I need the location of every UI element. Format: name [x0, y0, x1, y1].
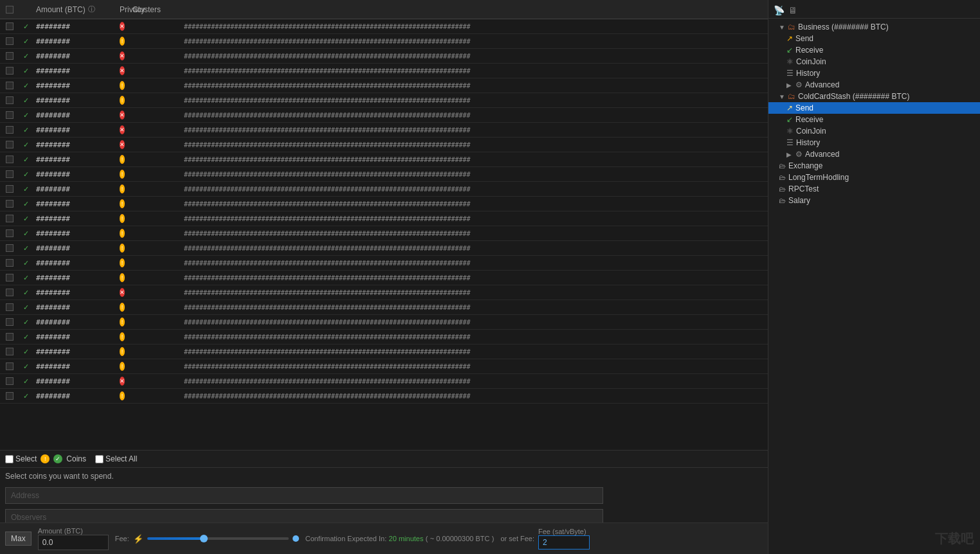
row-hash-cell: ########################################…: [180, 170, 768, 179]
tree-item-coldcard-send[interactable]: ↗ Send: [768, 102, 980, 114]
row-checkbox[interactable]: [6, 289, 14, 296]
table-row[interactable]: ✓ ######## ✕ ###########################…: [0, 108, 768, 123]
table-row[interactable]: ✓ ######## ! ###########################…: [0, 211, 768, 226]
tree-item-longterm[interactable]: 🗁 LongTermHodling: [768, 172, 980, 183]
table-row[interactable]: ✓ ######## ✕ ###########################…: [0, 138, 768, 152]
header-checkbox[interactable]: [6, 6, 14, 13]
tree-item-business-coinjoin[interactable]: ⚛ CoinJoin: [768, 56, 980, 67]
row-amount-cell: ########: [32, 317, 116, 328]
row-checkbox[interactable]: [6, 111, 14, 119]
table-row[interactable]: ✓ ######## ✕ ###########################…: [0, 123, 768, 138]
row-checkbox[interactable]: [6, 362, 14, 370]
table-row[interactable]: ✓ ######## ✕ ###########################…: [0, 285, 768, 300]
row-checkbox[interactable]: [6, 52, 14, 60]
fee-manual-input[interactable]: [538, 535, 590, 550]
row-checkbox[interactable]: [6, 96, 14, 104]
table-row[interactable]: ✓ ######## ! ###########################…: [0, 152, 768, 167]
address-input[interactable]: [5, 487, 603, 504]
row-checkbox[interactable]: [6, 200, 14, 208]
green-filter-badge[interactable]: ✓: [53, 454, 62, 463]
tree-item-business-send[interactable]: ↗ Send: [768, 33, 980, 44]
check-icon: ✓: [23, 377, 29, 386]
table-row[interactable]: ✓ ######## ! ###########################…: [0, 167, 768, 182]
row-privacy-cell: !: [116, 80, 129, 91]
row-checkbox[interactable]: [6, 244, 14, 252]
table-row[interactable]: ✓ ######## ! ###########################…: [0, 389, 768, 404]
row-checkbox[interactable]: [6, 392, 14, 400]
max-button[interactable]: Max: [5, 532, 32, 546]
row-checkbox[interactable]: [6, 185, 14, 193]
table-row[interactable]: ✓ ######## ! ###########################…: [0, 241, 768, 256]
row-checkbox[interactable]: [6, 126, 14, 134]
amount-input[interactable]: [38, 535, 109, 550]
row-checkbox[interactable]: [6, 215, 14, 222]
tree-item-business[interactable]: ▼ 🗂 Business (######## BTC): [768, 21, 980, 33]
row-checkbox[interactable]: [6, 67, 14, 75]
row-amount-cell: ########: [32, 376, 116, 387]
table-row[interactable]: ✓ ######## ! ###########################…: [0, 78, 768, 93]
table-row[interactable]: ✓ ######## ✕ ###########################…: [0, 64, 768, 78]
watermark: 下载吧: [935, 530, 974, 548]
header-privacy-cell: Privacy: [116, 3, 129, 16]
row-hash: ########################################…: [184, 334, 471, 341]
row-checkbox-cell: [0, 80, 19, 91]
tree-item-salary[interactable]: 🗁 Salary: [768, 195, 980, 206]
row-checkbox[interactable]: [6, 22, 14, 30]
row-checkbox[interactable]: [6, 318, 14, 326]
tree-item-business-history[interactable]: ☰ History: [768, 67, 980, 79]
row-checkbox[interactable]: [6, 274, 14, 281]
row-checkbox[interactable]: [6, 259, 14, 267]
row-checkbox[interactable]: [6, 82, 14, 89]
select-checkbox[interactable]: [5, 455, 14, 463]
table-row[interactable]: ✓ ######## ! ###########################…: [0, 344, 768, 359]
table-row[interactable]: ✓ ######## ! ###########################…: [0, 256, 768, 271]
header-checkbox-cell: [0, 3, 19, 16]
yellow-filter-badge[interactable]: !: [41, 454, 50, 463]
table-row[interactable]: ✓ ######## ! ###########################…: [0, 271, 768, 285]
table-row[interactable]: ✓ ######## ! ###########################…: [0, 226, 768, 241]
table-row[interactable]: ✓ ######## ! ###########################…: [0, 330, 768, 344]
tree-item-exchange[interactable]: 🗁 Exchange: [768, 160, 980, 172]
table-row[interactable]: ✓ ######## ! ###########################…: [0, 315, 768, 330]
row-checkbox[interactable]: [6, 333, 14, 341]
row-checkbox[interactable]: [6, 348, 14, 355]
tree-item-rpctest[interactable]: 🗁 RPCTest: [768, 183, 980, 195]
tree-item-coldcard-advanced[interactable]: ▶ ⚙ Advanced: [768, 148, 980, 160]
tree-item-coldcard[interactable]: ▼ 🗂 ColdCardStash (######## BTC): [768, 91, 980, 102]
row-checkbox[interactable]: [6, 229, 14, 237]
table-row[interactable]: ✓ ######## ✕ ###########################…: [0, 19, 768, 34]
row-checkbox[interactable]: [6, 141, 14, 148]
row-checkbox-cell: [0, 125, 19, 135]
tree-item-coldcard-coinjoin[interactable]: ⚛ CoinJoin: [768, 125, 980, 137]
row-checkbox[interactable]: [6, 303, 14, 311]
row-hash-cell: ########################################…: [180, 391, 768, 401]
select-all-label-wrap[interactable]: Select All: [95, 454, 137, 463]
row-checkbox[interactable]: [6, 156, 14, 163]
row-amount: ########: [36, 289, 70, 297]
privacy-icon-red: ✕: [120, 66, 125, 75]
table-scroll-area[interactable]: ✓ ######## ✕ ###########################…: [0, 19, 768, 451]
tree-item-business-receive[interactable]: ↙ Receive: [768, 44, 980, 56]
select-all-checkbox[interactable]: [95, 455, 104, 463]
row-checkbox[interactable]: [6, 377, 14, 385]
table-row[interactable]: ✓ ######## ✕ ###########################…: [0, 49, 768, 64]
fee-slider[interactable]: [147, 537, 289, 540]
tree-item-coldcard-receive[interactable]: ↙ Receive: [768, 114, 980, 125]
tree-item-business-advanced[interactable]: ▶ ⚙ Advanced: [768, 79, 980, 91]
table-row[interactable]: ✓ ######## ! ###########################…: [0, 359, 768, 374]
table-row[interactable]: ✓ ######## ! ###########################…: [0, 34, 768, 49]
table-row[interactable]: ✓ ######## ! ###########################…: [0, 197, 768, 211]
address-row: [0, 485, 768, 506]
row-checkbox[interactable]: [6, 37, 14, 45]
folder-icon-rpctest: 🗁: [779, 185, 786, 193]
check-icon: ✓: [23, 52, 29, 60]
row-checkbox-cell: [0, 199, 19, 209]
table-row[interactable]: ✓ ######## ! ###########################…: [0, 300, 768, 315]
table-row[interactable]: ✓ ######## ! ###########################…: [0, 93, 768, 108]
tree-item-coldcard-history[interactable]: ☰ History: [768, 137, 980, 148]
table-row[interactable]: ✓ ######## ✕ ###########################…: [0, 374, 768, 389]
amount-info-icon[interactable]: ⓘ: [88, 4, 95, 14]
row-checkbox[interactable]: [6, 170, 14, 178]
select-checkbox-label[interactable]: Select: [5, 454, 37, 463]
table-row[interactable]: ✓ ######## ! ###########################…: [0, 182, 768, 197]
